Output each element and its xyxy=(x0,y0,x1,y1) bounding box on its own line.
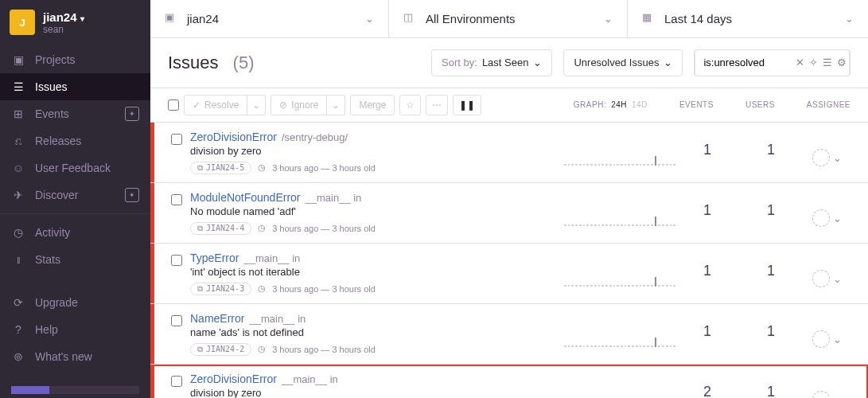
issue-row[interactable]: ModuleNotFoundError__main__ in No module… xyxy=(150,183,868,244)
events-count: 1 xyxy=(675,202,739,235)
link-icon: ⧉ xyxy=(197,224,203,233)
pause-button[interactable]: ❚❚ xyxy=(453,95,481,115)
clock-icon: ◷ xyxy=(258,162,266,173)
error-type[interactable]: TypeError xyxy=(190,252,239,264)
nav-projects[interactable]: ▣Projects xyxy=(0,46,150,73)
graph-24h[interactable]: 24h xyxy=(611,100,627,109)
chevron-down-icon: ⌄ xyxy=(604,13,613,25)
clock-icon: ◷ xyxy=(258,344,266,354)
link-icon: ⧉ xyxy=(197,163,203,173)
row-checkbox[interactable] xyxy=(171,134,182,145)
col-users: Users xyxy=(745,100,775,109)
unassigned-icon xyxy=(812,270,830,287)
link-icon: ⧉ xyxy=(197,284,203,294)
nav-upgrade[interactable]: ⟳Upgrade xyxy=(0,289,150,316)
issue-id-tag[interactable]: ⧉JIAN24-2 xyxy=(190,343,251,356)
row-checkbox[interactable] xyxy=(171,255,182,266)
error-type[interactable]: NameError xyxy=(190,312,244,325)
error-message: division by zero xyxy=(190,387,564,399)
issue-count: (5) xyxy=(233,53,255,73)
issue-row[interactable]: TypeError__main__ in 'int' object is not… xyxy=(150,244,868,304)
chevron-down-icon: ⌄ xyxy=(833,394,842,399)
issues-icon: ☰ xyxy=(11,80,25,94)
chevron-down-icon: ⌄ xyxy=(833,334,842,345)
assignee-picker[interactable]: ⌄ xyxy=(803,142,850,174)
issue-id-tag[interactable]: ⧉JIAN24-3 xyxy=(190,283,251,295)
issue-id-tag[interactable]: ⧉JIAN24-4 xyxy=(190,222,251,235)
col-events: Events xyxy=(679,100,714,109)
assignee-picker[interactable]: ⌄ xyxy=(803,384,850,399)
assignee-picker[interactable]: ⌄ xyxy=(803,263,850,295)
users-count: 1 xyxy=(739,384,803,399)
error-message: No module named 'adf' xyxy=(190,205,564,217)
severity-stripe xyxy=(150,244,154,303)
check-icon: ✓ xyxy=(193,100,200,111)
broadcast-icon: ⊚ xyxy=(11,349,25,364)
nav-discover[interactable]: ✈Discover✦ xyxy=(0,181,150,209)
nav-events[interactable]: ⊞Events✦ xyxy=(0,100,150,127)
nav-releases[interactable]: ⎌Releases xyxy=(0,127,150,154)
issue-row[interactable]: ZeroDivisionError__main__ in division by… xyxy=(150,365,868,399)
ignore-more-button[interactable]: ⌄ xyxy=(327,95,345,115)
nav-activity[interactable]: ◷Activity xyxy=(0,219,150,246)
new-badge-icon: ✦ xyxy=(125,188,139,202)
nav-stats[interactable]: ⫾Stats xyxy=(0,246,150,273)
unassigned-icon xyxy=(812,391,830,398)
nav-help[interactable]: ?Help xyxy=(0,316,150,343)
nav-whatsnew[interactable]: ⊚What's new xyxy=(0,343,150,370)
sidebar: J jian24 ▾ sean ▣Projects ☰Issues ⊞Event… xyxy=(0,0,150,398)
sort-dropdown[interactable]: Sort by: Last Seen ⌄ xyxy=(431,49,552,76)
error-location: __main__ in xyxy=(249,313,306,325)
issue-row[interactable]: ZeroDivisionError/sentry-debug/ division… xyxy=(150,123,868,183)
merge-button[interactable]: Merge xyxy=(350,95,395,115)
unassigned-icon xyxy=(812,149,830,166)
select-all-checkbox[interactable] xyxy=(168,100,179,111)
chevron-down-icon: ⌄ xyxy=(365,13,374,25)
list-icon[interactable]: ☰ xyxy=(823,57,832,68)
projects-icon: ▣ xyxy=(11,53,25,67)
ignore-button[interactable]: ⊘Ignore xyxy=(271,95,327,115)
more-button[interactable]: ⋯ xyxy=(426,95,448,115)
severity-stripe xyxy=(150,183,154,243)
resolve-more-button[interactable]: ⌄ xyxy=(247,95,266,115)
row-checkbox[interactable] xyxy=(171,194,182,205)
chevron-down-icon: ▾ xyxy=(80,14,84,23)
issues-list: ZeroDivisionError/sentry-debug/ division… xyxy=(150,123,868,399)
upgrade-icon: ⟳ xyxy=(11,295,25,310)
assignee-picker[interactable]: ⌄ xyxy=(803,323,850,356)
pin-icon[interactable]: ✧ xyxy=(809,57,818,68)
nav-feedback[interactable]: ☺User Feedback xyxy=(0,154,150,181)
project-icon: ▣ xyxy=(165,11,179,25)
assignee-picker[interactable]: ⌄ xyxy=(803,202,850,235)
col-graph: Graph: xyxy=(574,100,606,109)
error-type[interactable]: ZeroDivisionError xyxy=(190,373,277,385)
project-selector[interactable]: ▣ jian24 ⌄ xyxy=(150,0,389,37)
clear-icon[interactable]: ✕ xyxy=(796,57,804,68)
resolve-button[interactable]: ✓Resolve xyxy=(184,95,247,115)
graph-14d[interactable]: 14d xyxy=(632,100,648,109)
help-icon: ? xyxy=(11,322,25,337)
daterange-selector[interactable]: ▦ Last 14 days ⌄ xyxy=(628,0,868,37)
issue-row[interactable]: NameError__main__ in name 'ads' is not d… xyxy=(150,304,868,365)
sparkline xyxy=(564,384,675,399)
pause-icon: ❚❚ xyxy=(459,100,475,111)
issue-time: 3 hours ago — 3 hours old xyxy=(272,345,376,354)
bookmark-button[interactable]: ☆ xyxy=(399,95,421,115)
env-selector[interactable]: ◫ All Environments ⌄ xyxy=(389,0,628,37)
user-menu[interactable]: J jian24 ▾ sean xyxy=(0,0,150,43)
settings-icon[interactable]: ⚙ xyxy=(837,57,847,68)
chevron-down-icon: ⌄ xyxy=(833,273,842,285)
nav-issues[interactable]: ☰Issues xyxy=(0,73,150,100)
chevron-down-icon: ⌄ xyxy=(664,57,672,68)
filter-dropdown[interactable]: Unresolved Issues ⌄ xyxy=(563,49,683,76)
error-type[interactable]: ZeroDivisionError xyxy=(190,131,277,143)
chevron-down-icon: ⌄ xyxy=(833,213,842,224)
error-type[interactable]: ModuleNotFoundError xyxy=(190,191,301,204)
row-checkbox[interactable] xyxy=(171,376,182,387)
row-checkbox[interactable] xyxy=(171,315,182,326)
issue-id-tag[interactable]: ⧉JIAN24-5 xyxy=(190,162,251,174)
users-count: 1 xyxy=(739,263,803,295)
error-message: 'int' object is not iterable xyxy=(190,266,564,278)
issue-time: 3 hours ago — 3 hours old xyxy=(272,284,376,294)
error-location: __main__ in xyxy=(243,252,300,264)
